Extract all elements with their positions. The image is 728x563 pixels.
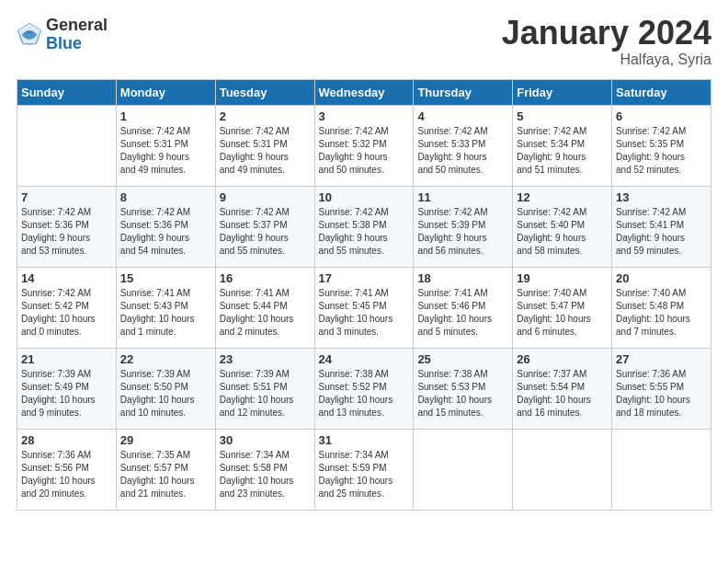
day-info: Sunrise: 7:42 AMSunset: 5:32 PMDaylight:…	[319, 125, 410, 177]
day-number: 12	[517, 190, 608, 204]
calendar-cell	[17, 106, 117, 187]
day-info: Sunrise: 7:37 AMSunset: 5:54 PMDaylight:…	[517, 368, 608, 419]
week-row-4: 21Sunrise: 7:39 AMSunset: 5:49 PMDayligh…	[17, 349, 711, 430]
calendar-cell: 14Sunrise: 7:42 AMSunset: 5:42 PMDayligh…	[17, 268, 117, 349]
calendar-cell: 5Sunrise: 7:42 AMSunset: 5:34 PMDaylight…	[513, 106, 612, 187]
weekday-header-monday: Monday	[116, 80, 215, 106]
calendar-cell: 26Sunrise: 7:37 AMSunset: 5:54 PMDayligh…	[513, 349, 612, 430]
day-info: Sunrise: 7:42 AMSunset: 5:31 PMDaylight:…	[120, 125, 211, 177]
day-info: Sunrise: 7:41 AMSunset: 5:43 PMDaylight:…	[120, 287, 211, 339]
day-number: 26	[517, 352, 608, 366]
page: General Blue January 2024 Halfaya, Syria…	[0, 0, 728, 563]
day-number: 19	[517, 271, 608, 285]
calendar-cell: 3Sunrise: 7:42 AMSunset: 5:32 PMDaylight…	[314, 106, 414, 187]
week-row-5: 28Sunrise: 7:36 AMSunset: 5:56 PMDayligh…	[17, 430, 711, 511]
day-number: 27	[616, 352, 707, 366]
calendar-cell: 27Sunrise: 7:36 AMSunset: 5:55 PMDayligh…	[612, 349, 711, 430]
day-info: Sunrise: 7:35 AMSunset: 5:57 PMDaylight:…	[120, 449, 211, 500]
day-info: Sunrise: 7:34 AMSunset: 5:59 PMDaylight:…	[319, 449, 410, 500]
day-info: Sunrise: 7:34 AMSunset: 5:58 PMDaylight:…	[220, 449, 311, 500]
day-number: 11	[417, 190, 508, 204]
day-number: 6	[616, 109, 707, 123]
day-info: Sunrise: 7:40 AMSunset: 5:48 PMDaylight:…	[616, 287, 707, 339]
day-info: Sunrise: 7:36 AMSunset: 5:55 PMDaylight:…	[616, 368, 707, 419]
day-number: 18	[417, 271, 508, 285]
day-number: 22	[120, 352, 211, 366]
day-number: 14	[21, 271, 112, 285]
day-info: Sunrise: 7:41 AMSunset: 5:46 PMDaylight:…	[417, 287, 508, 339]
calendar-cell: 21Sunrise: 7:39 AMSunset: 5:49 PMDayligh…	[17, 349, 117, 430]
day-number: 31	[319, 433, 410, 447]
day-info: Sunrise: 7:42 AMSunset: 5:36 PMDaylight:…	[21, 206, 112, 258]
day-number: 10	[319, 190, 410, 204]
calendar-table: SundayMondayTuesdayWednesdayThursdayFrid…	[17, 79, 711, 511]
day-info: Sunrise: 7:42 AMSunset: 5:38 PMDaylight:…	[319, 206, 410, 258]
day-number: 7	[21, 190, 112, 204]
calendar-cell: 15Sunrise: 7:41 AMSunset: 5:43 PMDayligh…	[116, 268, 215, 349]
day-info: Sunrise: 7:42 AMSunset: 5:41 PMDaylight:…	[616, 206, 707, 258]
weekday-header-sunday: Sunday	[17, 80, 117, 106]
calendar-cell: 28Sunrise: 7:36 AMSunset: 5:56 PMDayligh…	[17, 430, 117, 511]
day-info: Sunrise: 7:42 AMSunset: 5:35 PMDaylight:…	[616, 125, 707, 177]
calendar-cell: 9Sunrise: 7:42 AMSunset: 5:37 PMDaylight…	[215, 187, 314, 268]
logo-general: General	[46, 17, 108, 35]
weekday-header-tuesday: Tuesday	[215, 80, 314, 106]
day-info: Sunrise: 7:42 AMSunset: 5:37 PMDaylight:…	[220, 206, 311, 258]
day-number: 21	[21, 352, 112, 366]
logo-text: General Blue	[46, 17, 108, 53]
month-title: January 2024	[502, 17, 711, 50]
weekday-header-friday: Friday	[513, 80, 612, 106]
weekday-header-wednesday: Wednesday	[314, 80, 414, 106]
weekday-header-saturday: Saturday	[612, 80, 711, 106]
day-number: 1	[120, 109, 211, 123]
day-info: Sunrise: 7:41 AMSunset: 5:45 PMDaylight:…	[319, 287, 410, 339]
day-number: 25	[417, 352, 508, 366]
calendar-cell: 12Sunrise: 7:42 AMSunset: 5:40 PMDayligh…	[513, 187, 612, 268]
calendar-cell: 10Sunrise: 7:42 AMSunset: 5:38 PMDayligh…	[314, 187, 414, 268]
day-number: 4	[417, 109, 508, 123]
day-info: Sunrise: 7:39 AMSunset: 5:50 PMDaylight:…	[120, 368, 211, 419]
day-number: 17	[319, 271, 410, 285]
day-info: Sunrise: 7:42 AMSunset: 5:36 PMDaylight:…	[120, 206, 211, 258]
day-number: 24	[319, 352, 410, 366]
day-number: 8	[120, 190, 211, 204]
calendar-cell: 7Sunrise: 7:42 AMSunset: 5:36 PMDaylight…	[17, 187, 117, 268]
calendar-cell	[414, 430, 513, 511]
day-info: Sunrise: 7:36 AMSunset: 5:56 PMDaylight:…	[21, 449, 112, 500]
day-info: Sunrise: 7:42 AMSunset: 5:34 PMDaylight:…	[517, 125, 608, 177]
calendar-cell: 8Sunrise: 7:42 AMSunset: 5:36 PMDaylight…	[116, 187, 215, 268]
day-info: Sunrise: 7:42 AMSunset: 5:33 PMDaylight:…	[417, 125, 508, 177]
day-number: 16	[220, 271, 311, 285]
calendar-cell: 16Sunrise: 7:41 AMSunset: 5:44 PMDayligh…	[215, 268, 314, 349]
day-info: Sunrise: 7:41 AMSunset: 5:44 PMDaylight:…	[220, 287, 311, 339]
day-info: Sunrise: 7:42 AMSunset: 5:39 PMDaylight:…	[417, 206, 508, 258]
day-number: 20	[616, 271, 707, 285]
calendar-cell: 1Sunrise: 7:42 AMSunset: 5:31 PMDaylight…	[116, 106, 215, 187]
day-number: 13	[616, 190, 707, 204]
day-number: 3	[319, 109, 410, 123]
week-row-2: 7Sunrise: 7:42 AMSunset: 5:36 PMDaylight…	[17, 187, 711, 268]
day-info: Sunrise: 7:42 AMSunset: 5:40 PMDaylight:…	[517, 206, 608, 258]
calendar-cell: 6Sunrise: 7:42 AMSunset: 5:35 PMDaylight…	[612, 106, 711, 187]
calendar-cell: 24Sunrise: 7:38 AMSunset: 5:52 PMDayligh…	[314, 349, 414, 430]
day-info: Sunrise: 7:42 AMSunset: 5:31 PMDaylight:…	[220, 125, 311, 177]
calendar-cell: 4Sunrise: 7:42 AMSunset: 5:33 PMDaylight…	[414, 106, 513, 187]
day-number: 23	[220, 352, 311, 366]
calendar-cell: 25Sunrise: 7:38 AMSunset: 5:53 PMDayligh…	[414, 349, 513, 430]
day-number: 2	[220, 109, 311, 123]
calendar-cell: 23Sunrise: 7:39 AMSunset: 5:51 PMDayligh…	[215, 349, 314, 430]
calendar-cell: 18Sunrise: 7:41 AMSunset: 5:46 PMDayligh…	[414, 268, 513, 349]
calendar-cell: 20Sunrise: 7:40 AMSunset: 5:48 PMDayligh…	[612, 268, 711, 349]
day-number: 29	[120, 433, 211, 447]
day-info: Sunrise: 7:38 AMSunset: 5:52 PMDaylight:…	[319, 368, 410, 419]
day-info: Sunrise: 7:39 AMSunset: 5:51 PMDaylight:…	[220, 368, 311, 419]
calendar-cell: 22Sunrise: 7:39 AMSunset: 5:50 PMDayligh…	[116, 349, 215, 430]
header: General Blue January 2024 Halfaya, Syria	[17, 17, 711, 68]
logo: General Blue	[17, 17, 108, 53]
calendar-cell: 13Sunrise: 7:42 AMSunset: 5:41 PMDayligh…	[612, 187, 711, 268]
week-row-1: 1Sunrise: 7:42 AMSunset: 5:31 PMDaylight…	[17, 106, 711, 187]
calendar-cell: 19Sunrise: 7:40 AMSunset: 5:47 PMDayligh…	[513, 268, 612, 349]
calendar-cell	[612, 430, 711, 511]
day-info: Sunrise: 7:42 AMSunset: 5:42 PMDaylight:…	[21, 287, 112, 339]
day-number: 30	[220, 433, 311, 447]
